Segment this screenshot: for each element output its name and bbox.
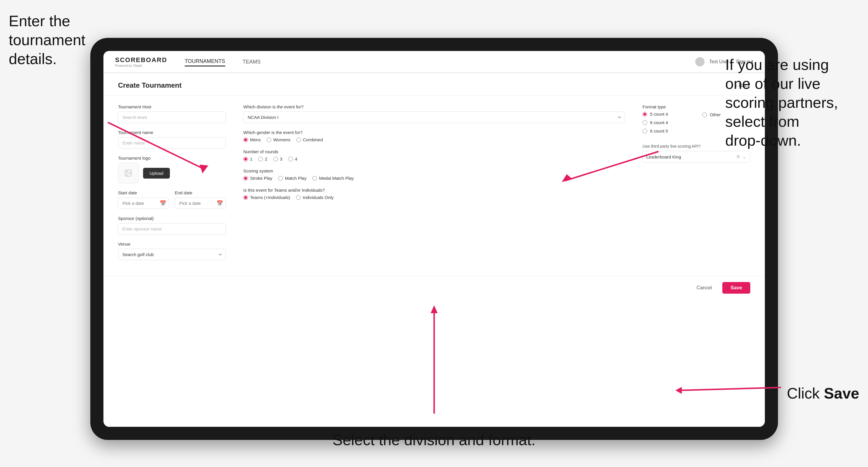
- teams-ind-radio[interactable]: [296, 195, 301, 200]
- gender-womens[interactable]: Womens: [267, 137, 290, 142]
- tournament-name-label: Tournament name: [118, 130, 226, 135]
- scoring-match-label: Match Play: [285, 176, 307, 181]
- format-6count4-radio[interactable]: [643, 120, 647, 125]
- sponsor-input[interactable]: [118, 223, 226, 235]
- clear-icon[interactable]: ✕: [736, 154, 740, 160]
- rounds-4-radio[interactable]: [288, 157, 293, 161]
- scoring-medal-radio[interactable]: [312, 176, 317, 181]
- teams-ind-only[interactable]: Individuals Only: [296, 195, 334, 200]
- avatar: [695, 57, 705, 66]
- logo-main: SCOREBOARD: [115, 56, 167, 64]
- scoring-group: Scoring system Stroke Play Match Play: [243, 168, 625, 181]
- teams-group: Is this event for Teams and/or Individua…: [243, 188, 625, 200]
- search-team-input[interactable]: [118, 112, 226, 123]
- form-body: Tournament Host Tournament name Tourname…: [103, 96, 765, 276]
- format-6count5-radio[interactable]: [643, 129, 647, 133]
- format-other-radio[interactable]: [702, 113, 707, 117]
- expand-icon[interactable]: ⌄: [742, 154, 746, 160]
- live-scoring-wrap: Leaderboard King ✕ ⌄: [643, 151, 750, 162]
- format-6count4[interactable]: 6 count 4: [643, 120, 690, 125]
- logo-sub: Powered by Clippit: [115, 64, 167, 67]
- gender-mens-label: Mens: [250, 137, 261, 142]
- tournament-host-label: Tournament Host: [118, 104, 226, 109]
- rounds-1-radio[interactable]: [243, 157, 248, 161]
- nav-bar: SCOREBOARD Powered by Clippit TOURNAMENT…: [103, 51, 765, 73]
- scoring-match[interactable]: Match Play: [278, 176, 307, 181]
- date-group: Start date 📅 End date 📅: [118, 190, 226, 209]
- format-6count5[interactable]: 6 count 5: [643, 128, 690, 133]
- sponsor-label: Sponsor (optional): [118, 216, 226, 221]
- division-label: Which division is the event for?: [243, 104, 625, 109]
- start-date-group: Start date 📅: [118, 190, 169, 209]
- venue-select[interactable]: Search golf club: [118, 249, 226, 260]
- format-5count4-radio[interactable]: [643, 112, 647, 117]
- scoring-medal-label: Medal Match Play: [319, 176, 354, 181]
- format-5count4[interactable]: 5 count 4: [643, 112, 690, 117]
- sponsor-group: Sponsor (optional): [118, 216, 226, 235]
- format-other-label: Other: [710, 112, 721, 117]
- logo-upload-area: Upload: [118, 163, 226, 183]
- gender-combined-radio[interactable]: [296, 137, 301, 142]
- col-left: Tournament Host Tournament name Tourname…: [118, 104, 226, 267]
- tablet-screen: SCOREBOARD Powered by Clippit TOURNAMENT…: [103, 51, 765, 427]
- gender-mens[interactable]: Mens: [243, 137, 261, 142]
- division-select[interactable]: NCAA Division I: [243, 112, 625, 123]
- cancel-button[interactable]: Cancel: [690, 282, 718, 294]
- scoring-radio-group: Stroke Play Match Play Medal Match Play: [243, 176, 625, 181]
- rounds-1[interactable]: 1: [243, 156, 252, 161]
- rounds-2-radio[interactable]: [258, 157, 263, 161]
- gender-radio-group: Mens Womens Combined: [243, 137, 625, 142]
- end-date-label: End date: [175, 190, 226, 195]
- scoring-stroke-label: Stroke Play: [250, 176, 273, 181]
- scoring-stroke-radio[interactable]: [243, 176, 248, 181]
- teams-plus-ind[interactable]: Teams (+Individuals): [243, 195, 290, 200]
- gender-group: Which gender is the event for? Mens Wome…: [243, 130, 625, 142]
- gender-womens-radio[interactable]: [267, 137, 271, 142]
- tab-teams[interactable]: TEAMS: [243, 58, 261, 66]
- tab-tournaments[interactable]: TOURNAMENTS: [185, 57, 225, 66]
- form-header: Create Tournament ‹ Back: [103, 73, 765, 96]
- upload-button[interactable]: Upload: [143, 168, 170, 179]
- gender-mens-radio[interactable]: [243, 137, 248, 142]
- scoring-match-radio[interactable]: [278, 176, 283, 181]
- teams-plus-label: Teams (+Individuals): [250, 195, 290, 200]
- division-group: Which division is the event for? NCAA Di…: [243, 104, 625, 123]
- format-6count5-label: 6 count 5: [650, 128, 668, 133]
- gender-womens-label: Womens: [273, 137, 290, 142]
- start-date-wrap: 📅: [118, 197, 169, 209]
- tournament-name-input[interactable]: [118, 137, 226, 149]
- tablet-frame: SCOREBOARD Powered by Clippit TOURNAMENT…: [90, 38, 778, 440]
- start-date-label: Start date: [118, 190, 169, 195]
- tournament-host-group: Tournament Host: [118, 104, 226, 123]
- form-footer: Cancel Save: [103, 276, 765, 300]
- rounds-4-label: 4: [295, 156, 297, 161]
- rounds-group: Number of rounds 1 2: [243, 149, 625, 161]
- svg-point-1: [126, 171, 128, 173]
- teams-label: Is this event for Teams and/or Individua…: [243, 188, 625, 193]
- teams-ind-label: Individuals Only: [303, 195, 334, 200]
- save-button[interactable]: Save: [722, 282, 750, 294]
- teams-plus-radio[interactable]: [243, 195, 248, 200]
- rounds-2[interactable]: 2: [258, 156, 267, 161]
- annotation-save-bold: Save: [824, 385, 859, 402]
- rounds-4[interactable]: 4: [288, 156, 297, 161]
- live-scoring-actions: ✕ ⌄: [736, 154, 746, 160]
- format-5count4-label: 5 count 4: [650, 112, 668, 117]
- rounds-label: Number of rounds: [243, 149, 625, 154]
- scoring-medal-match[interactable]: Medal Match Play: [312, 176, 354, 181]
- annotation-bottom-right: Click Save: [787, 384, 859, 403]
- format-6count4-label: 6 count 4: [650, 120, 668, 125]
- venue-group: Venue Search golf club: [118, 242, 226, 260]
- gender-combined[interactable]: Combined: [296, 137, 323, 142]
- logo-preview: [118, 163, 138, 183]
- rounds-1-label: 1: [250, 156, 252, 161]
- rounds-3-radio[interactable]: [273, 157, 278, 161]
- scoring-stroke[interactable]: Stroke Play: [243, 176, 273, 181]
- rounds-2-label: 2: [265, 156, 267, 161]
- tournament-logo-label: Tournament logo: [118, 156, 226, 160]
- annotation-bottom-center: Select the division and format.: [333, 431, 535, 449]
- end-date-wrap: 📅: [175, 197, 226, 209]
- gender-combined-label: Combined: [303, 137, 323, 142]
- col-middle: Which division is the event for? NCAA Di…: [243, 104, 625, 267]
- rounds-3[interactable]: 3: [273, 156, 282, 161]
